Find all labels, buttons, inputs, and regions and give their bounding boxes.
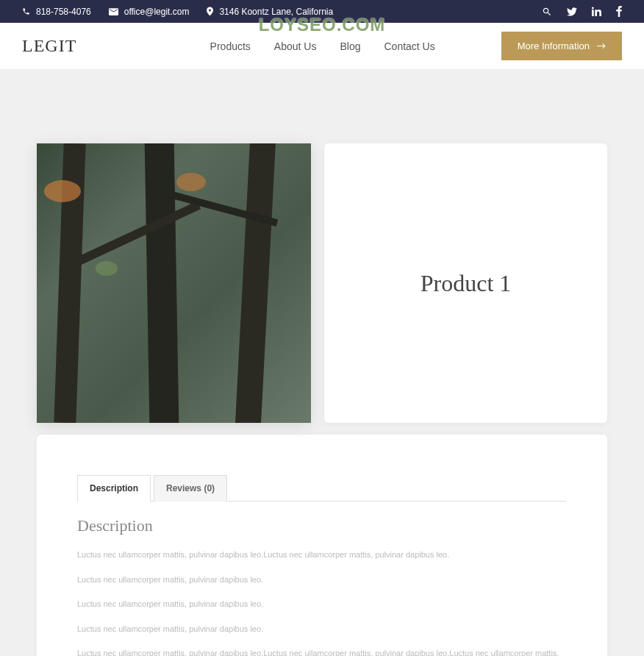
map-marker-icon xyxy=(207,7,213,16)
tabs: Description Reviews (0) xyxy=(77,475,567,502)
phone-icon xyxy=(22,7,30,15)
description-paragraph: Luctus nec ullamcorper mattis, pulvinar … xyxy=(77,598,567,611)
description-paragraph: Luctus nec ullamcorper mattis, pulvinar … xyxy=(77,647,567,656)
email-text: office@legit.com xyxy=(124,7,190,17)
envelope-icon xyxy=(109,8,118,15)
nav-products[interactable]: Products xyxy=(210,40,251,52)
cta-label: More Information xyxy=(518,40,590,51)
phone-link[interactable]: 818-758-4076 xyxy=(22,7,91,17)
linkedin-icon[interactable] xyxy=(592,7,601,16)
phone-text: 818-758-4076 xyxy=(36,7,91,17)
nav-blog[interactable]: Blog xyxy=(340,40,360,52)
description-paragraph: Luctus nec ullamcorper mattis, pulvinar … xyxy=(77,623,567,636)
watermark-overlay: LOYSEO.COM xyxy=(259,15,386,35)
topbar-right xyxy=(542,6,622,17)
twitter-icon[interactable] xyxy=(567,7,577,16)
logo[interactable]: LEGIT xyxy=(22,36,76,56)
email-link[interactable]: office@legit.com xyxy=(109,7,190,17)
more-info-button[interactable]: More Information xyxy=(501,32,622,60)
nav-contact[interactable]: Contact Us xyxy=(384,40,434,52)
facebook-icon[interactable] xyxy=(616,6,622,17)
details-card: Description Reviews (0) Description Luct… xyxy=(37,435,607,656)
arrow-right-icon xyxy=(597,43,606,49)
product-image[interactable] xyxy=(37,143,311,423)
product-title: Product 1 xyxy=(421,270,512,297)
nav-about[interactable]: About Us xyxy=(274,40,317,52)
nav-menu: Products About Us Blog Contact Us xyxy=(210,40,435,53)
description-paragraph: Luctus nec ullamcorper mattis, pulvinar … xyxy=(77,549,567,562)
tab-description[interactable]: Description xyxy=(77,475,151,502)
main-content: Product 1 Description Reviews (0) Descri… xyxy=(0,70,644,656)
product-row: Product 1 xyxy=(37,143,607,423)
tab-reviews[interactable]: Reviews (0) xyxy=(154,475,227,502)
product-info-card: Product 1 xyxy=(324,143,607,423)
search-icon[interactable] xyxy=(542,7,552,17)
description-paragraph: Luctus nec ullamcorper mattis, pulvinar … xyxy=(77,574,567,587)
description-heading: Description xyxy=(77,516,567,535)
